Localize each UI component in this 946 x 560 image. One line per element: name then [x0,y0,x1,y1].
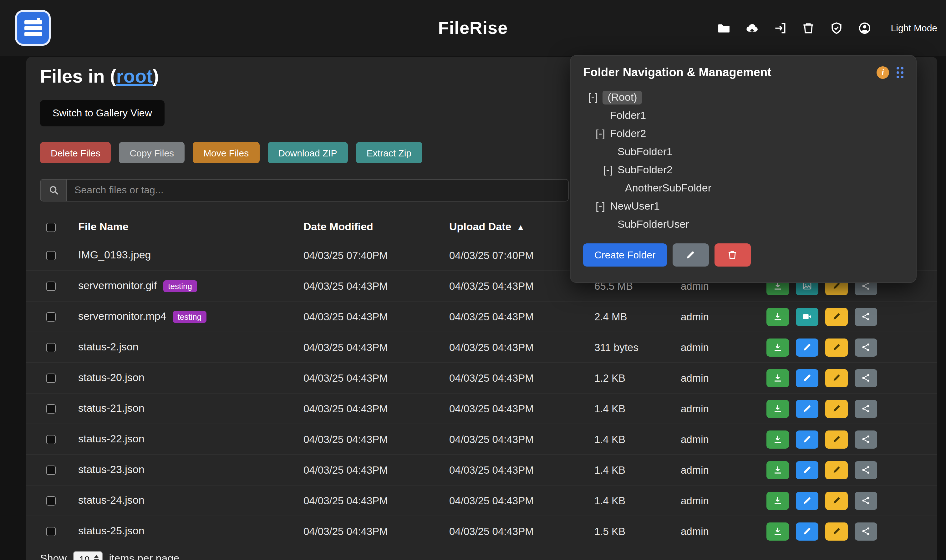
download-action-button[interactable] [766,430,789,448]
file-name[interactable]: status-2.json [78,341,138,354]
file-name[interactable]: IMG_0193.jpeg [78,249,151,262]
share-action-button[interactable] [855,338,877,356]
download-action-button[interactable] [766,338,789,356]
folder-tree-item[interactable]: [-]NewUser1 [583,197,903,215]
pencil-action-button[interactable] [796,369,818,387]
file-name[interactable]: status-23.json [78,464,145,476]
download-action-button[interactable] [766,400,789,418]
share-action-button[interactable] [855,522,877,540]
info-icon[interactable]: i [877,66,889,79]
folder-name[interactable]: Folder1 [610,109,646,122]
file-name[interactable]: status-20.json [78,372,145,384]
pen-action-button[interactable] [825,369,848,387]
tree-collapse-toggle[interactable]: [-] [588,91,597,103]
select-all-checkbox[interactable] [46,222,56,232]
share-action-button[interactable] [855,369,877,387]
logout-icon[interactable] [773,21,787,35]
date-modified: 04/03/25 04:43PM [303,433,449,445]
pen-action-button[interactable] [825,338,848,356]
tree-collapse-toggle[interactable]: [-] [603,164,612,176]
share-action-button[interactable] [855,461,877,479]
search-input[interactable] [67,180,568,201]
user-shield-icon[interactable] [830,21,843,35]
video-action-button[interactable] [796,308,818,326]
delete-folder-button[interactable] [715,243,751,266]
pen-action-button[interactable] [825,522,848,540]
column-header-file-name[interactable]: File Name [78,221,129,233]
row-checkbox[interactable] [46,496,56,505]
cloud-upload-icon[interactable] [745,21,759,35]
row-checkbox[interactable] [46,312,56,321]
tree-collapse-toggle[interactable]: [-] [595,127,605,140]
pencil-action-button[interactable] [796,491,818,510]
gallery-view-button[interactable]: Switch to Gallery View [40,100,165,126]
copy-files-button[interactable]: Copy Files [119,142,185,163]
delete-files-button[interactable]: Delete Files [40,142,111,163]
pen-icon [832,434,841,444]
folder-name[interactable]: SubFolder2 [618,164,672,176]
download-action-button[interactable] [766,369,789,387]
pencil-action-button[interactable] [796,338,818,356]
folder-name[interactable]: NewUser1 [610,200,660,212]
column-header-upload-date[interactable]: Upload Date [449,221,511,233]
extract-zip-button[interactable]: Extract Zip [356,142,422,163]
folder-tree-item[interactable]: SubFolder1 [583,143,903,161]
row-checkbox[interactable] [46,251,56,260]
row-checkbox[interactable] [46,465,56,475]
pen-action-button[interactable] [825,461,848,479]
row-checkbox[interactable] [46,281,56,291]
row-checkbox[interactable] [46,526,56,536]
share-action-button[interactable] [855,400,877,418]
move-files-button[interactable]: Move Files [193,142,259,163]
download-action-button[interactable] [766,461,789,479]
folder-tree-item[interactable]: Folder1 [583,106,903,125]
create-folder-button[interactable]: Create Folder [583,243,667,266]
share-action-button[interactable] [855,430,877,448]
download-action-button[interactable] [766,522,789,540]
row-checkbox[interactable] [46,404,56,413]
pencil-action-button[interactable] [796,400,818,418]
folder-tree-item[interactable]: [-](Root) [583,88,903,106]
folder-name[interactable]: (Root) [603,91,642,104]
trash-icon[interactable] [801,21,815,35]
download-action-button[interactable] [766,308,789,326]
folder-name[interactable]: SubFolderUser [618,218,689,231]
tree-collapse-toggle[interactable]: [-] [595,200,605,212]
root-folder-link[interactable]: root [116,66,153,86]
pen-action-button[interactable] [825,430,848,448]
folder-name[interactable]: SubFolder1 [618,146,672,158]
items-per-page-select[interactable]: 10 [73,551,103,560]
file-name[interactable]: status-22.json [78,433,145,446]
pencil-action-button[interactable] [796,461,818,479]
folder-tree-item[interactable]: [-]SubFolder2 [583,161,903,179]
folder-name[interactable]: Folder2 [610,127,646,140]
folder-name[interactable]: AnotherSubFolder [625,182,711,194]
download-action-button[interactable] [766,491,789,510]
row-checkbox[interactable] [46,373,56,383]
pen-action-button[interactable] [825,400,848,418]
file-name[interactable]: status-25.json [78,525,145,537]
file-name[interactable]: servermonitor.mp4 [78,310,166,323]
share-action-button[interactable] [855,491,877,510]
row-checkbox[interactable] [46,343,56,352]
rename-folder-button[interactable] [672,243,709,266]
folder-tree-item[interactable]: SubFolderUser [583,215,903,233]
folder-icon[interactable] [717,21,731,35]
folder-tree-item[interactable]: [-]Folder2 [583,125,903,143]
user-circle-icon[interactable] [858,21,872,35]
pencil-action-button[interactable] [796,522,818,540]
row-checkbox[interactable] [46,435,56,444]
date-modified: 04/03/25 04:43PM [303,525,449,537]
download-zip-button[interactable]: Download ZIP [268,142,348,163]
column-header-date-modified[interactable]: Date Modified [303,221,373,233]
drag-handle-icon[interactable] [897,67,903,78]
file-name[interactable]: status-24.json [78,494,145,507]
pen-action-button[interactable] [825,491,848,510]
share-action-button[interactable] [855,308,877,326]
file-name[interactable]: status-21.json [78,402,145,415]
file-name[interactable]: servermonitor.gif [78,280,157,292]
folder-tree-item[interactable]: AnotherSubFolder [583,179,903,197]
pen-action-button[interactable] [825,308,848,326]
theme-toggle[interactable]: Light Mode [891,23,937,33]
pencil-action-button[interactable] [796,430,818,448]
